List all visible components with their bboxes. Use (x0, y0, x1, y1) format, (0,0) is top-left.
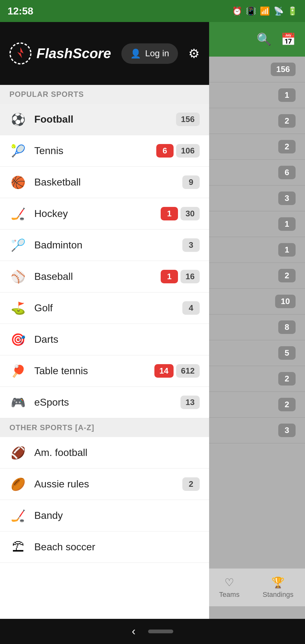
user-icon: 👤 (130, 48, 141, 59)
right-number-row: 2 (208, 392, 305, 418)
football-icon: ⚽ (9, 111, 27, 128)
number-badge: 3 (278, 192, 296, 205)
other-sports-list: 🏈Am. football🏉Aussie rules2🏒Bandy⛱Beach … (0, 437, 209, 563)
teams-label: Teams (219, 591, 240, 599)
number-badge: 156 (271, 63, 296, 76)
count-badge: 106 (176, 144, 200, 158)
badge-group: 116 (161, 270, 200, 283)
teams-icon: ♡ (225, 576, 234, 589)
app-name: FlashScore (36, 46, 111, 61)
teams-tab[interactable]: ♡ Teams (219, 576, 240, 599)
badge-group: 14612 (154, 364, 200, 378)
sport-item-baseball[interactable]: ⚾Baseball116 (0, 261, 209, 292)
sport-name: Am. football (34, 447, 200, 458)
count-badge: 4 (182, 301, 200, 315)
number-badge: 5 (278, 346, 296, 360)
svg-marker-1 (17, 47, 24, 58)
right-number-row: 6 (208, 160, 305, 186)
right-number-row: 5 (208, 340, 305, 366)
standings-icon: 🏆 (271, 576, 285, 589)
battery-icon: 🔋 (287, 6, 297, 16)
count-badge: 612 (176, 364, 200, 378)
right-bottom-bar: ♡ Teams 🏆 Standings (208, 569, 305, 606)
number-badge: 2 (278, 114, 296, 128)
darts-icon: 🎯 (9, 331, 27, 348)
sport-item-esports[interactable]: 🎮eSports13 (0, 387, 209, 418)
login-label: Log in (145, 48, 169, 58)
esports-icon: 🎮 (9, 394, 27, 411)
count-badge: 9 (182, 175, 200, 189)
sport-item-am-football[interactable]: 🏈Am. football (0, 437, 209, 469)
sport-name: Tennis (34, 145, 156, 157)
right-number-row: 1 (208, 237, 305, 263)
number-badge: 10 (275, 295, 296, 308)
badge-group: 4 (182, 301, 200, 315)
sport-item-basketball[interactable]: 🏀Basketball9 (0, 167, 209, 198)
number-badge: 2 (278, 269, 296, 282)
calendar-icon[interactable]: 📅 (281, 32, 296, 46)
number-badge: 3 (278, 424, 296, 437)
back-button[interactable]: ‹ (132, 625, 136, 638)
count-badge: 3 (182, 238, 200, 252)
right-number-row: 156 (208, 57, 305, 82)
number-badge: 6 (278, 166, 296, 179)
sport-name: Table tennis (34, 365, 154, 377)
basketball-icon: 🏀 (9, 174, 27, 191)
sport-name: Aussie rules (34, 478, 182, 490)
bandy-icon: 🏒 (9, 507, 27, 524)
sport-item-beach-soccer[interactable]: ⛱Beach soccer (0, 531, 209, 563)
right-number-row: 10 (208, 289, 305, 314)
alarm-icon: ⏰ (232, 6, 242, 16)
standings-label: Standings (263, 591, 293, 599)
sport-item-hockey[interactable]: 🏒Hockey130 (0, 198, 209, 230)
status-bar: 12:58 ⏰ 📳 📶 📡 🔋 (0, 0, 305, 22)
badge-group: 2 (182, 477, 200, 491)
sport-name: Darts (34, 334, 200, 345)
other-sports-header: OTHER SPORTS [A-Z] (0, 418, 209, 437)
badge-group: 3 (182, 238, 200, 252)
right-number-row: 2 (208, 263, 305, 289)
navigation-drawer: FlashScore 👤 Log in ⚙ POPULAR SPORTS ⚽Fo… (0, 22, 209, 644)
login-button[interactable]: 👤 Log in (121, 43, 178, 64)
table-tennis-icon: 🏓 (9, 362, 27, 380)
sport-item-golf[interactable]: ⛳Golf4 (0, 292, 209, 324)
sport-item-football[interactable]: ⚽Football156 (0, 104, 209, 135)
tennis-icon: 🎾 (9, 142, 27, 159)
right-number-row: 1 (208, 82, 305, 108)
badge-group: 13 (180, 396, 200, 409)
standings-tab[interactable]: 🏆 Standings (263, 576, 293, 599)
home-button[interactable] (148, 630, 173, 633)
wifi-icon: 📶 (260, 6, 270, 16)
sport-item-darts[interactable]: 🎯Darts (0, 324, 209, 355)
search-icon[interactable]: 🔍 (257, 32, 271, 46)
sport-name: Football (34, 114, 176, 125)
hockey-icon: 🏒 (9, 205, 27, 222)
sport-item-tennis[interactable]: 🎾Tennis6106 (0, 135, 209, 167)
count-badge: 2 (182, 477, 200, 491)
aussie-rules-icon: 🏉 (9, 475, 27, 493)
live-badge: 1 (161, 270, 178, 283)
android-nav-bar: ‹ (0, 619, 305, 644)
sport-name: Basketball (34, 176, 182, 188)
status-icons: ⏰ 📳 📶 📡 🔋 (232, 6, 297, 16)
badminton-icon: 🏸 (9, 236, 27, 254)
sport-name: Badminton (34, 239, 182, 251)
am.-football-icon: 🏈 (9, 444, 27, 461)
popular-sports-list: ⚽Football156🎾Tennis6106🏀Basketball9🏒Hock… (0, 104, 209, 418)
number-badge: 1 (278, 243, 296, 257)
right-numbers-panel: 156122631121085223 (208, 57, 305, 443)
sport-name: Golf (34, 302, 182, 314)
sport-item-table-tennis[interactable]: 🏓Table tennis14612 (0, 355, 209, 387)
sport-item-badminton[interactable]: 🏸Badminton3 (0, 230, 209, 261)
right-number-row: 2 (208, 108, 305, 134)
flashscore-logo-icon (9, 42, 31, 64)
sport-name: Beach soccer (34, 541, 200, 553)
sport-item-bandy[interactable]: 🏒Bandy (0, 500, 209, 531)
settings-icon[interactable]: ⚙ (188, 46, 200, 61)
sport-name: Bandy (34, 510, 200, 521)
drawer-header: FlashScore 👤 Log in ⚙ (0, 22, 209, 85)
number-badge: 1 (278, 88, 296, 102)
logo-area: FlashScore (9, 42, 111, 64)
right-number-row: 8 (208, 314, 305, 340)
sport-item-aussie-rules[interactable]: 🏉Aussie rules2 (0, 469, 209, 500)
